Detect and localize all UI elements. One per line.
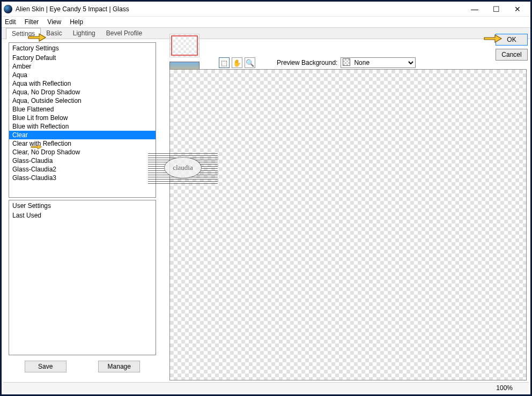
move-tool-icon[interactable]: ⬚ — [219, 57, 230, 68]
save-button[interactable]: Save — [25, 361, 66, 372]
preview-background-label: Preview Background: — [277, 59, 337, 66]
hand-tool-icon[interactable]: ✋ — [232, 57, 242, 68]
list-item[interactable]: Blue with Reflection — [9, 122, 156, 131]
list-item[interactable]: Clear, No Drop Shadow — [9, 148, 156, 156]
list-item[interactable]: Glass-Claudia — [9, 156, 156, 165]
preview-background-select[interactable]: None — [341, 57, 416, 68]
list-item[interactable]: Glass-Claudia3 — [9, 174, 156, 182]
factory-settings-list[interactable]: Factory Settings Factory DefaultAmberAqu… — [9, 42, 156, 198]
preview-thumb-original[interactable] — [169, 34, 200, 57]
tab-settings[interactable]: Settings — [6, 28, 41, 40]
preview-background-swatch — [343, 58, 350, 66]
list-item[interactable]: Factory Default — [9, 54, 156, 62]
list-item[interactable]: Clear — [9, 131, 156, 139]
app-icon — [4, 5, 12, 13]
minimize-button[interactable]: — — [464, 3, 485, 16]
close-button[interactable]: ✕ — [507, 3, 528, 16]
manage-button[interactable]: Manage — [98, 361, 140, 372]
tab-lighting[interactable]: Lighting — [68, 28, 101, 39]
menu-edit[interactable]: Edit — [5, 18, 16, 26]
list-item[interactable]: Aqua, No Drop Shadow — [9, 88, 156, 96]
list-item[interactable]: Blue Flattened — [9, 105, 156, 114]
zoom-tool-icon[interactable]: 🔍 — [245, 57, 255, 68]
ok-button[interactable]: OK — [496, 34, 528, 46]
tab-bevel-profile[interactable]: Bevel Profile — [101, 28, 147, 39]
preview-pane[interactable] — [169, 69, 527, 380]
maximize-button[interactable]: ☐ — [485, 3, 507, 16]
window-title: Alien Skin | Eye Candy 5 Impact | Glass — [16, 5, 464, 13]
list-item[interactable]: Aqua with Reflection — [9, 79, 156, 88]
statusbar: 100% — [3, 382, 529, 393]
menu-help[interactable]: Help — [70, 18, 83, 26]
titlebar: Alien Skin | Eye Candy 5 Impact | Glass … — [2, 2, 530, 17]
factory-settings-header: Factory Settings — [9, 43, 156, 54]
list-item[interactable]: Aqua, Outside Selection — [9, 96, 156, 105]
list-item[interactable]: Glass-Claudia2 — [9, 165, 156, 174]
tab-row: Settings Basic Lighting Bevel Profile — [2, 27, 530, 39]
list-item[interactable]: Clear with Reflection — [9, 139, 156, 148]
zoom-level: 100% — [496, 384, 513, 392]
cancel-button[interactable]: Cancel — [496, 49, 528, 61]
list-item[interactable]: Aqua — [9, 71, 156, 79]
menubar: Edit Filter View Help — [2, 17, 530, 27]
menu-filter[interactable]: Filter — [25, 18, 39, 26]
list-item[interactable]: Last Used — [9, 211, 156, 220]
user-settings-header: User Settings — [9, 200, 156, 211]
list-item[interactable]: Amber — [9, 62, 156, 71]
user-settings-list[interactable]: User Settings Last Used — [9, 200, 156, 355]
tab-basic[interactable]: Basic — [41, 28, 67, 39]
list-item[interactable]: Blue Lit from Below — [9, 114, 156, 122]
menu-view[interactable]: View — [47, 18, 61, 26]
